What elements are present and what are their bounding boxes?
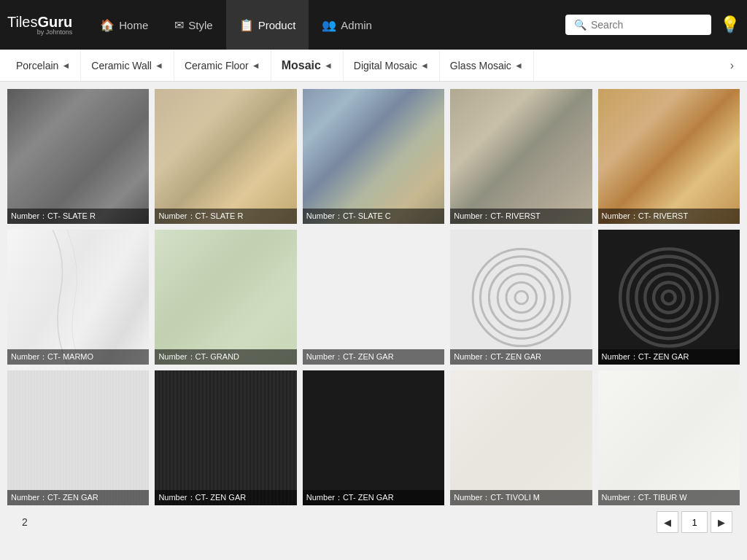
search-input[interactable] — [591, 19, 703, 31]
cat-arrow-digital-mosaic: ◄ — [420, 61, 429, 71]
cat-ceramic-wall[interactable]: Ceramic Wall ◄ — [81, 50, 174, 82]
main-nav: 🏠 Home ✉ Style 📋 Product 👥 Admin — [87, 0, 385, 50]
tile-label: Number：CT- ZEN GAR — [598, 349, 740, 365]
search-box: 🔍 — [565, 15, 711, 35]
pagination: 2 ◀ ▶ — [0, 505, 747, 539]
tile-card[interactable]: Number：CT- ZEN GAR — [303, 370, 444, 505]
category-nav: Porcelain ◄ Ceramic Wall ◄ Ceramic Floor… — [0, 50, 747, 82]
svg-point-3 — [498, 273, 545, 321]
nav-admin[interactable]: 👥 Admin — [309, 0, 385, 50]
tile-card[interactable]: Number：CT- ZEN GAR — [7, 370, 149, 505]
tile-label: Number：CT- SLATE R — [7, 209, 149, 224]
next-page-button[interactable]: ▶ — [711, 511, 732, 533]
cat-arrow-mosaic: ◄ — [324, 61, 333, 71]
tile-card[interactable]: Number：CT- ZEN GAR — [155, 370, 296, 505]
cat-digital-mosaic[interactable]: Digital Mosaic ◄ — [344, 50, 440, 82]
tile-card[interactable]: Number：CT- SLATE R — [7, 89, 149, 224]
product-icon: 📋 — [239, 18, 254, 32]
svg-point-10 — [654, 282, 684, 312]
cat-arrow-porcelain: ◄ — [61, 61, 70, 71]
tile-card[interactable]: Number：CT- ZEN GAR — [303, 230, 444, 365]
tile-card[interactable]: Number：CT- SLATE C — [303, 89, 444, 224]
prev-icon: ◀ — [664, 517, 671, 528]
prev-page-button[interactable]: ◀ — [657, 511, 678, 533]
tile-card[interactable]: Number：CT- ZEN GAR — [598, 230, 740, 365]
tile-label: Number：CT- SLATE C — [303, 209, 444, 224]
cat-porcelain[interactable]: Porcelain ◄ — [6, 50, 81, 82]
nav-home[interactable]: 🏠 Home — [87, 0, 161, 50]
cat-more-button[interactable]: › — [723, 59, 741, 72]
tile-card[interactable]: Number：CT- ZEN GAR — [450, 230, 592, 365]
svg-point-1 — [480, 256, 562, 338]
marble-svg — [7, 230, 149, 365]
tile-card[interactable]: Number：CT- TIVOLI M — [450, 370, 592, 505]
zen-circles-svg — [465, 244, 578, 351]
svg-point-0 — [473, 249, 570, 346]
tile-card[interactable]: Number：CT- MARMO — [7, 230, 149, 365]
tile-label: Number：CT- ZEN GAR — [7, 490, 149, 505]
svg-point-5 — [515, 291, 528, 304]
product-grid: Number：CT- SLATE RNumber：CT- SLATE RNumb… — [0, 82, 747, 505]
tile-label: Number：CT- RIVERST — [450, 209, 592, 224]
tile-label: Number：CT- TIBUR W — [598, 490, 740, 505]
cat-arrow-ceramic-wall: ◄ — [155, 61, 163, 71]
tile-label: Number：CT- RIVERST — [598, 209, 740, 224]
cat-mosaic[interactable]: Mosaic ◄ — [271, 50, 344, 82]
zen-circles-dark-svg — [612, 244, 726, 351]
page-input[interactable] — [681, 511, 708, 533]
tile-label: Number：CT- GRAND — [155, 349, 296, 365]
header: TilesGuru by Johntons 🏠 Home ✉ Style 📋 P… — [0, 0, 747, 50]
search-icon: 🔍 — [574, 19, 587, 31]
svg-point-4 — [506, 282, 536, 312]
tile-label: Number：CT- ZEN GAR — [303, 490, 444, 505]
page-total: 2 — [15, 516, 28, 528]
cat-ceramic-floor[interactable]: Ceramic Floor ◄ — [174, 50, 271, 82]
tile-label: Number：CT- TIVOLI M — [450, 490, 592, 505]
cat-glass-mosaic[interactable]: Glass Mosaic ◄ — [440, 50, 534, 82]
cat-arrow-ceramic-floor: ◄ — [252, 61, 260, 71]
bulb-button[interactable]: 💡 — [720, 15, 740, 34]
tile-label: Number：CT- ZEN GAR — [155, 490, 296, 505]
svg-point-7 — [628, 256, 710, 338]
admin-icon: 👥 — [322, 18, 336, 32]
nav-product[interactable]: 📋 Product — [226, 0, 309, 50]
nav-style[interactable]: ✉ Style — [161, 0, 225, 50]
logo: TilesGuru by Johntons — [7, 15, 72, 36]
style-icon: ✉ — [174, 18, 184, 32]
tile-label: Number：CT- ZEN GAR — [450, 349, 592, 365]
home-icon: 🏠 — [100, 18, 115, 32]
tile-label: Number：CT- MARMO — [7, 349, 149, 365]
svg-point-11 — [662, 291, 676, 304]
tile-card[interactable]: Number：CT- RIVERST — [450, 89, 592, 224]
tile-label: Number：CT- ZEN GAR — [303, 349, 444, 365]
tile-label: Number：CT- SLATE R — [155, 209, 296, 224]
tile-card[interactable]: Number：CT- SLATE R — [155, 89, 296, 224]
cat-arrow-glass-mosaic: ◄ — [514, 61, 523, 71]
tile-card[interactable]: Number：CT- GRAND — [155, 230, 296, 365]
next-icon: ▶ — [718, 517, 725, 528]
tile-card[interactable]: Number：CT- RIVERST — [598, 89, 740, 224]
tile-card[interactable]: Number：CT- TIBUR W — [598, 370, 740, 505]
